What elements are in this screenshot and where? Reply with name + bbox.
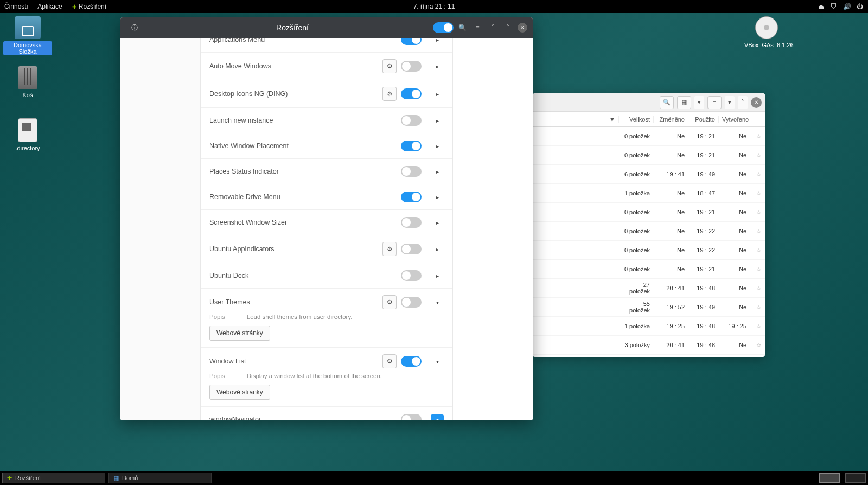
extension-toggle[interactable] (401, 356, 422, 367)
column-size[interactable]: Velikost (618, 116, 653, 123)
desktop-icon-directory[interactable]: .directory (3, 118, 52, 152)
table-row[interactable]: 27 položek 20 : 41 19 : 48 Ne (533, 279, 765, 298)
extension-toggle[interactable] (401, 61, 422, 72)
extension-toggle[interactable] (401, 141, 422, 151)
star-icon[interactable] (750, 152, 765, 159)
search-button[interactable]: 🔍 (660, 96, 674, 109)
taskbar-item-home[interactable]: ▦ Domů (108, 473, 212, 483)
extension-toggle[interactable] (401, 297, 422, 308)
star-icon[interactable] (750, 247, 765, 254)
clock[interactable]: 7. října 21 : 11 (413, 3, 455, 10)
up-icon[interactable]: ˄ (501, 21, 514, 34)
taskbar-item-extensions[interactable]: ✚ Rozšíření (2, 473, 105, 483)
desktop-icon-home[interactable]: Domovská Složka (3, 16, 52, 55)
extension-toggle[interactable] (401, 166, 422, 177)
desktop-icon-trash[interactable]: Koš (3, 66, 52, 99)
table-row[interactable]: 55 položek 19 : 52 19 : 49 Ne (533, 298, 765, 317)
extension-toggle[interactable] (401, 244, 422, 254)
expand-button[interactable]: ▸ (431, 143, 444, 149)
column-used[interactable]: Použito (688, 116, 718, 123)
workspace-1[interactable] (819, 473, 840, 483)
extension-toggle[interactable] (401, 115, 422, 126)
activities-button[interactable]: Činnosti (4, 3, 28, 10)
star-icon[interactable] (750, 304, 765, 311)
extension-toggle[interactable] (401, 217, 422, 228)
extension-row: Native Window Placement ▸ (201, 133, 452, 159)
extension-description: Load shell themes from user directory. (247, 314, 353, 320)
shield-icon[interactable]: ⛉ (830, 3, 838, 10)
star-icon[interactable] (750, 266, 765, 273)
extension-name: Native Window Placement (209, 142, 397, 150)
extension-toggle[interactable] (401, 270, 422, 281)
close-button[interactable]: ✕ (751, 97, 762, 108)
expand-button[interactable]: ▸ (431, 194, 444, 200)
extension-name: Places Status Indicator (209, 168, 397, 175)
table-row[interactable]: 3 položky 20 : 41 19 : 48 Ne (533, 336, 765, 355)
extension-toggle[interactable] (401, 192, 422, 202)
star-icon[interactable] (750, 190, 765, 197)
expand-button[interactable]: ▾ (431, 299, 444, 305)
settings-button[interactable]: ⚙ (382, 242, 397, 256)
view-dropdown[interactable]: ▾ (694, 96, 704, 109)
table-row[interactable]: 0 položek Ne 19 : 21 Ne (533, 127, 765, 146)
star-icon[interactable] (750, 209, 765, 216)
menu-icon[interactable]: ≡ (471, 21, 484, 34)
current-app-indicator[interactable]: Rozšíření (72, 3, 106, 10)
settings-button[interactable]: ⚙ (382, 295, 397, 309)
website-button[interactable]: Webové stránky (209, 326, 270, 341)
column-changed[interactable]: Změněno (653, 116, 688, 123)
column-created[interactable]: Vytvořeno (718, 116, 750, 123)
extension-toggle[interactable] (401, 38, 422, 45)
power-icon[interactable]: ⏻ (856, 3, 864, 10)
table-row[interactable]: 1 položka 19 : 25 19 : 48 19 : 25 (533, 317, 765, 336)
close-icon[interactable]: ✕ (518, 23, 527, 33)
desktop-icon-vbox[interactable]: VBox_GAs_6.1.26 (742, 16, 791, 49)
extension-toggle[interactable] (401, 414, 422, 420)
expand-button[interactable]: ▸ (431, 246, 444, 252)
table-row[interactable]: 0 položek Ne 19 : 21 Ne (533, 260, 765, 279)
table-row[interactable]: 0 položek Ne 19 : 21 Ne (533, 146, 765, 165)
star-icon[interactable] (750, 228, 765, 235)
table-row[interactable]: 1 položka Ne 18 : 47 Ne (533, 184, 765, 203)
table-row[interactable]: 0 položek Ne 19 : 21 Ne (533, 203, 765, 222)
extension-toggle[interactable] (401, 88, 422, 99)
column-name[interactable]: ▼ (533, 116, 618, 123)
table-row[interactable]: 6 položek 19 : 41 19 : 49 Ne (533, 165, 765, 184)
view-dropdown-2[interactable]: ▾ (725, 96, 735, 109)
info-button[interactable]: ⓘ (128, 21, 141, 34)
star-icon[interactable] (750, 171, 765, 178)
file-rows[interactable]: 0 položek Ne 19 : 21 Ne 0 položek Ne 19 … (533, 127, 765, 357)
star-icon[interactable] (750, 323, 765, 330)
expand-button[interactable]: ▸ (431, 220, 444, 226)
view-list-button[interactable]: ≡ (707, 96, 722, 109)
settings-button[interactable]: ⚙ (382, 59, 397, 73)
down-icon[interactable]: ˅ (486, 21, 499, 34)
star-icon[interactable] (750, 133, 765, 140)
files-icon: ▦ (113, 475, 119, 482)
view-grid-button[interactable]: ▦ (677, 96, 691, 109)
expand-button[interactable]: ▸ (431, 273, 444, 279)
table-row[interactable]: 0 položek Ne 19 : 22 Ne (533, 241, 765, 260)
expand-button[interactable]: ▸ (431, 91, 444, 97)
master-toggle[interactable] (433, 22, 454, 33)
expand-button[interactable]: ▸ (431, 38, 444, 43)
expand-button[interactable]: ▾ (431, 359, 444, 365)
settings-button[interactable]: ⚙ (382, 87, 397, 101)
expand-button[interactable]: ▸ (431, 169, 444, 175)
taskbar: ✚ Rozšíření ▦ Domů (0, 471, 868, 485)
volume-icon[interactable]: 🔊 (843, 3, 851, 10)
website-button[interactable]: Webové stránky (209, 385, 270, 400)
star-icon[interactable] (750, 342, 765, 349)
settings-button[interactable]: ⚙ (382, 354, 397, 368)
expand-button[interactable]: ▸ (431, 63, 444, 69)
eject-icon[interactable]: ⏏ (817, 3, 825, 10)
table-row[interactable]: 0 položek Ne 19 : 22 Ne (533, 222, 765, 241)
workspace-2[interactable] (845, 473, 866, 483)
star-icon[interactable] (750, 285, 765, 292)
applications-button[interactable]: Aplikace (37, 3, 62, 10)
search-icon[interactable]: 🔍 (456, 21, 469, 34)
extensions-list[interactable]: Applications Menu ▸ Auto Move Windows ⚙ … (201, 38, 452, 420)
expand-button[interactable]: ▸ (431, 118, 444, 124)
minimize-button[interactable]: ˄ (738, 96, 748, 109)
expand-button[interactable]: ▾ (431, 414, 444, 421)
